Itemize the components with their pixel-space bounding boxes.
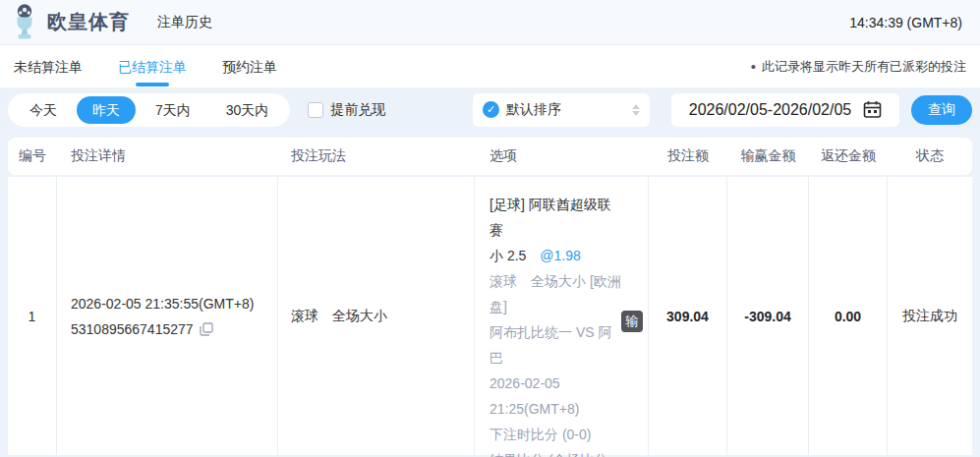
status-text: 投注成功 — [902, 308, 957, 325]
result-badge: 输 — [621, 311, 643, 332]
copy-icon[interactable] — [200, 322, 213, 336]
option-pick-line: 小 2.5@1.98 — [490, 243, 622, 268]
cell-bet-amount: 309.04 — [649, 177, 727, 455]
check-circle-icon: ✓ — [483, 101, 499, 118]
refund: 0.00 — [835, 309, 861, 324]
trophy-logo-icon — [8, 3, 41, 42]
filter-row: 今天 昨天 7天内 30天内 提前兑现 ✓ 默认排序 2026/02/05-20… — [0, 88, 980, 131]
cell-refund: 0.00 — [809, 177, 888, 455]
col-header-winloss: 输赢金额 — [727, 147, 809, 165]
range-yesterday-button[interactable]: 昨天 — [77, 96, 136, 124]
col-header-detail: 投注详情 — [57, 147, 278, 165]
tab-settled[interactable]: 已结算注单 — [118, 45, 187, 88]
col-header-play: 投注玩法 — [278, 147, 475, 165]
cell-bet-detail: 2026-02-05 21:35:55(GMT+8) 5310895667415… — [57, 177, 278, 455]
tab-reserved[interactable]: 预约注单 — [222, 45, 277, 88]
col-header-refund: 返还金额 — [809, 147, 888, 165]
bets-table: 编号 投注详情 投注玩法 选项 投注额 输赢金额 返还金额 状态 1 2026-… — [0, 131, 980, 455]
cell-win-loss: -309.04 — [727, 177, 809, 455]
quick-range-group: 今天 昨天 7天内 30天内 — [8, 93, 290, 127]
sort-dropdown[interactable]: ✓ 默认排序 — [473, 93, 650, 127]
bet-id-line: 5310895667415277 — [71, 316, 277, 342]
date-range-picker[interactable]: 2026/02/05-2026/02/05 — [671, 93, 899, 127]
tabs-note: • 此记录将显示昨天所有已派彩的投注 — [751, 58, 966, 76]
col-header-index: 编号 — [8, 147, 57, 165]
brand-title: 欧皇体育 — [47, 9, 130, 35]
col-header-option: 选项 — [475, 147, 649, 165]
cell-option: [足球] 阿联酋超级联赛 小 2.5@1.98 滚球 全场大小 [欧洲盘] 阿布… — [475, 177, 649, 455]
app-header: 欧皇体育 注单历史 14:34:39 (GMT+8) — [0, 0, 980, 45]
table-header-row: 编号 投注详情 投注玩法 选项 投注额 输赢金额 返还金额 状态 — [8, 138, 972, 175]
note-bullet-icon: • — [751, 58, 756, 75]
clock: 14:34:39 (GMT+8) — [849, 15, 962, 30]
early-cashout-checkbox[interactable] — [308, 102, 323, 118]
search-button[interactable]: 查询 — [911, 95, 972, 125]
play-type: 滚球 全场大小 — [291, 308, 474, 325]
brand: 欧皇体育 — [8, 3, 130, 42]
bet-time: 2026-02-05 21:35:55(GMT+8) — [71, 291, 277, 316]
bet-id: 5310895667415277 — [71, 316, 194, 342]
date-range-value: 2026/02/05-2026/02/05 — [689, 101, 851, 119]
option-final-score: 结果比分 (全场比分 2-2) — [490, 447, 622, 457]
option-pick: 小 2.5 — [490, 248, 526, 263]
option-score-at-bet: 下注时比分 (0-0) — [490, 422, 622, 447]
option-league: [足球] 阿联酋超级联赛 — [490, 192, 622, 243]
cell-status: 投注成功 — [888, 177, 972, 455]
range-today-button[interactable]: 今天 — [14, 96, 73, 124]
option-match: 阿布扎比统一 VS 阿巴 — [490, 319, 622, 371]
win-loss: -309.04 — [744, 309, 790, 324]
sort-arrows-icon — [632, 104, 640, 116]
early-cashout-label: 提前兑现 — [330, 101, 385, 119]
note-text: 此记录将显示昨天所有已派彩的投注 — [762, 58, 966, 76]
tabs-row: 未结算注单 已结算注单 预约注单 • 此记录将显示昨天所有已派彩的投注 — [0, 45, 980, 88]
option-match-time: 2026-02-05 21:25(GMT+8) — [490, 371, 622, 422]
cell-index: 1 — [8, 177, 57, 455]
table-row: 1 2026-02-05 21:35:55(GMT+8) 53108956674… — [8, 177, 972, 455]
tab-unsettled[interactable]: 未结算注单 — [14, 45, 83, 88]
col-header-status: 状态 — [888, 147, 972, 165]
col-header-amount: 投注额 — [649, 147, 727, 165]
page-title: 注单历史 — [157, 14, 212, 31]
sort-selected-value: 默认排序 — [506, 101, 561, 119]
early-cashout-toggle[interactable]: 提前兑现 — [308, 101, 385, 119]
option-market: 滚球 全场大小 [欧洲盘] — [490, 268, 622, 319]
calendar-icon[interactable] — [863, 100, 882, 119]
range-30days-button[interactable]: 30天内 — [210, 96, 285, 124]
cell-play-type: 滚球 全场大小 — [278, 177, 475, 455]
row-index: 1 — [29, 309, 36, 324]
bet-amount: 309.04 — [666, 309, 709, 324]
option-odds: @1.98 — [540, 248, 580, 263]
range-7days-button[interactable]: 7天内 — [140, 96, 206, 124]
